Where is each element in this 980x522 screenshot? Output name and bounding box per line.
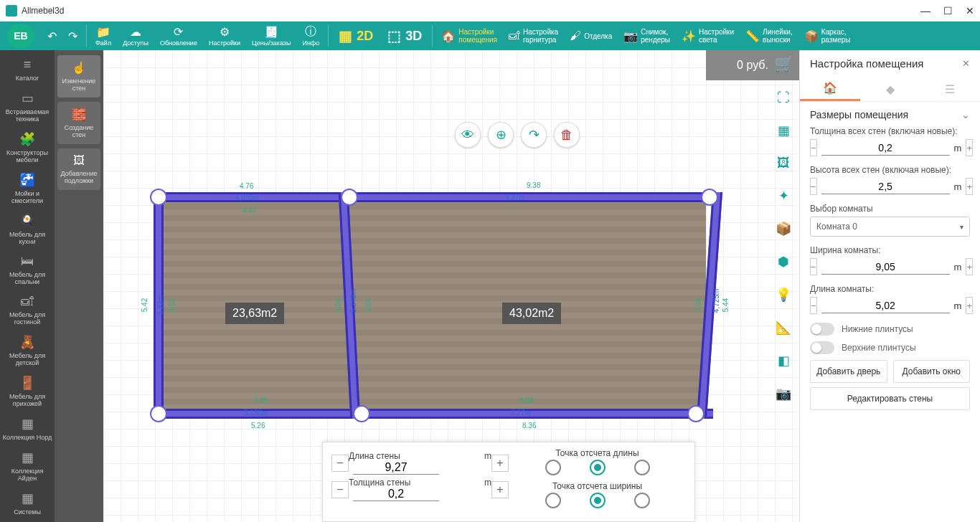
box-icon[interactable]: 📦 [776,221,791,237]
dim-label: 5,158m [244,409,268,417]
cart-icon[interactable]: 🛒 [774,54,793,73]
window-max[interactable]: ☐ [943,5,953,16]
toolbar-wide-6[interactable]: 📦Каркас,размеры [798,22,857,50]
undo-button[interactable]: ↶ [42,22,62,50]
wall-top-2[interactable] [347,192,713,202]
all-h-minus[interactable]: − [810,178,817,195]
add-button[interactable]: ⊕ [488,122,514,148]
dim-label: 5.04 [364,298,372,312]
sidebar-item-7[interactable]: 🧸Мебель для детской [0,330,55,371]
toolbar-3[interactable]: ⚙Настройки [203,22,246,50]
room-l-input[interactable] [821,298,950,313]
thickness-plus[interactable]: + [491,481,509,498]
panel-close-icon[interactable]: ✕ [962,58,970,69]
room-l-minus[interactable]: − [810,297,817,314]
thickness-input[interactable] [353,488,439,501]
cube-icon[interactable]: ⬢ [778,254,789,270]
toolbar-wide-1[interactable]: 🛋Настройкагарнитура [503,22,564,50]
tab-list[interactable]: ☰ [920,77,980,101]
redo-button[interactable]: ↷ [62,22,83,50]
camera-icon[interactable]: 📷 [776,386,791,402]
all-thk-minus[interactable]: − [810,139,817,156]
plinth-upper-toggle[interactable]: Верхние плинтусы [810,341,970,354]
sidebar-item-11[interactable]: ▦Системы [0,486,55,520]
tab-layers[interactable]: ◆ [860,77,920,101]
walltool-0[interactable]: ☝Изменение стен [57,55,100,98]
walltool-2[interactable]: 🖼Добавление подложки [57,148,100,190]
edit-walls-button[interactable]: Редактировать стены [810,387,970,410]
sparkle-icon[interactable]: ✦ [778,188,789,204]
toolbar-2[interactable]: ⟳Обновление [154,22,203,50]
sidebar-item-5[interactable]: 🛏Мебель для спальни [0,250,55,290]
toolbar-4[interactable]: 🧾Цены/заказы [246,22,296,50]
toolbar-0[interactable]: 📁Файл [90,22,117,50]
room-w-plus[interactable]: + [966,258,973,275]
origin-wid-center[interactable] [590,493,606,508]
add-door-button[interactable]: Добавить дверь [810,360,887,383]
toolbar-wide-4[interactable]: ✨Настройкисвета [676,22,740,50]
sidebar-item-6[interactable]: 🛋Мебель для гостиной [0,290,55,330]
sidebar-item-3[interactable]: 🚰Мойки и смесители [0,168,55,209]
toolbar-wide-3[interactable]: 📷Снимок,рендеры [618,22,676,50]
all-thk-input[interactable] [821,141,950,156]
room-select[interactable]: Комната 0▾ [810,217,970,237]
add-window-button[interactable]: Добавить окно [893,360,971,383]
eye-button[interactable]: 👁 [455,122,481,148]
tab-room[interactable]: 🏠 [800,77,860,101]
dim-label: 5.02 [168,298,176,312]
sidebar-item-4[interactable]: 🍳Мебель для кухни [0,209,55,250]
dim-label: 5.44 [722,298,730,312]
mode-2d[interactable]: ▦2D [331,22,380,50]
fullscreen-icon[interactable]: ⛶ [777,90,790,105]
origin-wid-right[interactable] [634,493,650,508]
all-h-plus[interactable]: + [966,178,973,195]
wall-node[interactable] [151,190,166,204]
canvas-area[interactable]: 0 руб. 🛒 ⛶ ▦ 🖼 ✦ 📦 ⬢ 💡 📐 ◧ 📷 👁 ⊕ ↷ 🗑 [103,50,799,522]
origin-len-right[interactable] [634,460,650,475]
grid-icon[interactable]: ▦ [778,123,790,138]
all-h-input[interactable] [821,179,950,194]
wall-bottom-2[interactable] [354,409,713,419]
ruler-icon[interactable]: 📐 [776,320,791,336]
eb-button[interactable]: EB [7,24,34,48]
sidebar-item-9[interactable]: ▦Коллекция Норд [0,412,55,445]
origin-len-left[interactable] [545,460,561,475]
dim-label: 4.95 [254,397,268,404]
thickness-minus[interactable]: − [331,481,349,498]
wall-node[interactable] [702,190,717,204]
wall-node[interactable] [689,407,703,421]
delete-button[interactable]: 🗑 [554,122,580,148]
toolbar-5[interactable]: ⓘИнфо [296,22,325,50]
redo-room-button[interactable]: ↷ [521,122,547,148]
wall-node[interactable] [354,407,369,421]
sidebar-item-8[interactable]: 🚪Мебель для прихожей [0,371,55,412]
image-icon[interactable]: 🖼 [777,156,790,171]
chevron-down-icon[interactable]: ⌄ [961,109,970,120]
room-w-minus[interactable]: − [810,258,817,275]
mode-3d[interactable]: ⬚3D [380,22,429,50]
window-close[interactable]: ✕ [966,5,974,16]
toolbar-1[interactable]: ☁Доступы [117,22,154,50]
window-min[interactable]: — [920,5,930,16]
wall-node[interactable] [151,407,166,421]
length-minus[interactable]: − [331,455,349,472]
room-w-input[interactable] [821,260,950,275]
plinth-lower-toggle[interactable]: Нижние плинтусы [810,323,970,336]
room-l-plus[interactable]: + [966,297,973,314]
length-input[interactable] [353,461,439,475]
toolbar-wide-5[interactable]: 📏Линейки,выноски [740,22,798,50]
toolbar-wide-2[interactable]: 🖌Отделка [564,22,618,50]
wall-node[interactable] [342,190,357,204]
layers-icon[interactable]: ◧ [778,353,790,369]
origin-len-center[interactable] [590,460,606,475]
sidebar-item-2[interactable]: 🧩Конструкторы мебели [0,127,55,168]
sidebar-item-1[interactable]: ▭Встраиваемая техника [0,86,55,127]
toolbar-wide-0[interactable]: 🏠Настройкипомещения [435,22,503,50]
length-plus[interactable]: + [491,455,509,472]
sidebar-item-0[interactable]: ≡Каталог [0,53,55,86]
walltool-1[interactable]: 🧱Создание стен [57,102,100,144]
light-icon[interactable]: 💡 [776,287,791,303]
all-thk-plus[interactable]: + [966,139,973,156]
origin-wid-left[interactable] [545,493,561,508]
sidebar-item-10[interactable]: ▦Коллекция Айден [0,445,55,486]
